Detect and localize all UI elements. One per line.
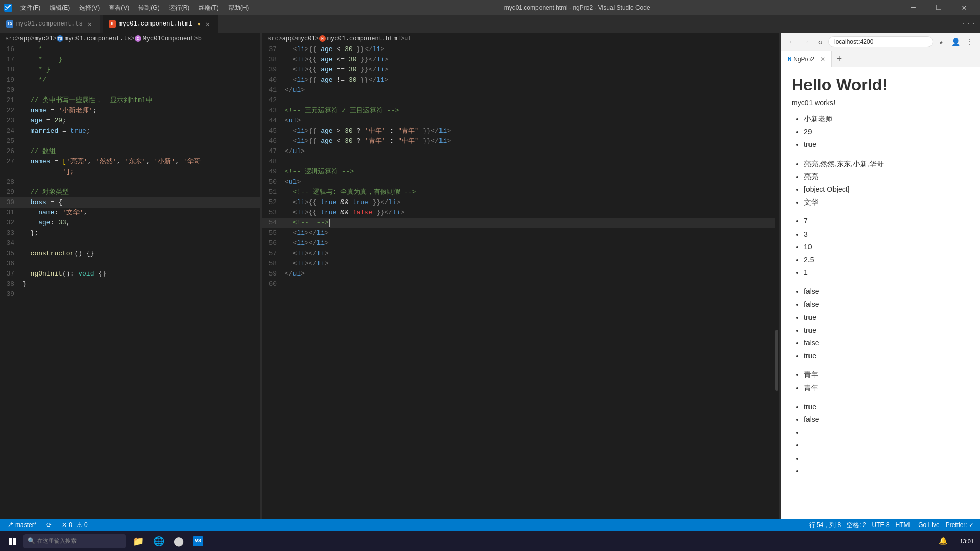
list-item: 7: [804, 215, 970, 228]
code-line: 37 ngOnInit(): void {}: [0, 269, 260, 279]
code-line: 50 <ul>: [262, 177, 775, 187]
code-line: 57 <li></li>: [262, 248, 775, 259]
tab-more-button[interactable]: ···: [957, 15, 980, 33]
list-item: 1: [804, 266, 970, 279]
browser-tab-icon: N: [788, 56, 791, 62]
clock[interactable]: 13:01: [955, 538, 978, 544]
tab-html-label: myc01.component.html: [119, 20, 192, 28]
list-item: 2.5: [804, 254, 970, 266]
list-item: false: [804, 298, 970, 311]
scrollbar-thumb[interactable]: [775, 330, 778, 391]
go-live-button[interactable]: Go Live: [916, 521, 941, 530]
tab-ts-close[interactable]: ✕: [86, 20, 94, 28]
preview-subtitle: myc01 works!: [792, 98, 970, 107]
code-editor-left[interactable]: 16 * 17 * } 18 * } 19 */ 20: [0, 44, 260, 519]
back-button[interactable]: ←: [786, 36, 798, 48]
sync-icon: ⟳: [46, 521, 52, 529]
tab-html-close[interactable]: ✕: [204, 20, 212, 28]
menu-view[interactable]: 查看(V): [105, 3, 133, 13]
maximize-button[interactable]: □: [927, 0, 950, 15]
menu-terminal[interactable]: 终端(T): [194, 3, 223, 13]
menu-select[interactable]: 选择(V): [75, 3, 104, 13]
encoding[interactable]: UTF-8: [870, 521, 892, 530]
preview-list-3: 7 3 10 2.5 1: [804, 215, 970, 279]
menu-edit[interactable]: 编辑(E): [45, 3, 74, 13]
address-bar[interactable]: localhost:4200: [828, 36, 933, 47]
minimize-button[interactable]: ─: [901, 0, 925, 15]
tab-bar: TS myc01.component.ts ✕ H myc01.componen…: [0, 15, 980, 33]
menu-help[interactable]: 帮助(H): [224, 3, 253, 13]
code-editor-right[interactable]: 37 <li>{{ age < 30 }}</li> 38 <li>{{ age…: [262, 44, 779, 519]
main-area: src > app > myc01 > TS myc01.component.t…: [0, 33, 980, 519]
code-line: 48: [262, 157, 775, 167]
preview-list-2: 亮亮,然然,东东,小新,华哥 亮亮 [object Object] 文华: [804, 158, 970, 209]
title-bar: 文件(F) 编辑(E) 选择(V) 查看(V) 转到(G) 运行(R) 终端(T…: [0, 0, 980, 15]
taskbar-notification[interactable]: 🔔: [935, 532, 951, 550]
taskbar-chrome[interactable]: ⬤: [169, 532, 188, 550]
code-line: 47 </ul>: [262, 146, 775, 157]
tab-ts[interactable]: TS myc01.component.ts ✕: [0, 15, 101, 33]
list-item: true: [804, 400, 970, 413]
code-line: 56 <li></li>: [262, 238, 775, 248]
taskbar-vscode[interactable]: VS: [189, 532, 207, 550]
scrollbar[interactable]: [775, 44, 779, 519]
ts-icon: TS: [6, 20, 13, 28]
refresh-button[interactable]: ↻: [814, 36, 826, 48]
html-icon: H: [109, 20, 116, 28]
list-item: false: [804, 413, 970, 426]
list-item: true: [804, 138, 970, 151]
browser-tab-close[interactable]: ✕: [820, 56, 825, 63]
preview-list-5: 青年 青年: [804, 368, 970, 394]
code-line: 59 </ul>: [262, 269, 775, 279]
start-button[interactable]: [2, 532, 22, 550]
preview-list-4: false false true true false true: [804, 285, 970, 362]
code-line: 46 <li>{{ age < 30 ? '青年' : "中年" }}</li>: [262, 136, 775, 146]
more-icon[interactable]: ⋮: [964, 36, 976, 48]
warning-icon: ⚠: [77, 521, 82, 529]
git-icon: ⎇: [6, 521, 13, 529]
menu-bar: 文件(F) 编辑(E) 选择(V) 查看(V) 转到(G) 运行(R) 终端(T…: [16, 3, 253, 13]
file-type[interactable]: HTML: [894, 521, 915, 530]
code-line: 19 */: [0, 75, 260, 85]
list-item: 小新老师: [804, 113, 970, 126]
browser-tab[interactable]: N NgPro2 ✕: [781, 51, 832, 67]
code-line: 39: [0, 289, 260, 299]
close-button[interactable]: ✕: [952, 0, 976, 15]
code-line: 28: [0, 177, 260, 187]
list-item: true: [804, 311, 970, 324]
code-lines-right: 37 <li>{{ age < 30 }}</li> 38 <li>{{ age…: [262, 44, 775, 519]
list-item: false: [804, 337, 970, 349]
menu-file[interactable]: 文件(F): [16, 3, 44, 13]
prettier-button[interactable]: Prettier: ✓: [944, 521, 976, 530]
taskbar: 🔍 在这里输入搜索 📁 🌐 ⬤ VS 🔔 13:01: [0, 531, 980, 551]
browser-tab-label: NgPro2: [793, 56, 814, 63]
menu-run[interactable]: 运行(R): [165, 3, 194, 13]
errors-count[interactable]: ✕ 0 ⚠ 0: [60, 521, 89, 529]
list-item: 文华: [804, 196, 970, 209]
code-line: 55 <li></li>: [262, 228, 775, 238]
user-icon[interactable]: 👤: [949, 36, 962, 48]
code-line: 33 };: [0, 228, 260, 238]
edge-icon: 🌐: [153, 536, 164, 547]
list-item: 10: [804, 241, 970, 254]
sync-button[interactable]: ⟳: [44, 521, 54, 529]
taskbar-search[interactable]: 🔍 在这里输入搜索: [23, 534, 126, 548]
menu-goto[interactable]: 转到(G): [134, 3, 163, 13]
new-tab-button[interactable]: +: [832, 52, 846, 66]
forward-button[interactable]: →: [800, 36, 812, 48]
code-line-54: 54 <!-- -->: [262, 218, 775, 228]
list-item: true: [804, 324, 970, 337]
list-item: [804, 439, 970, 452]
list-item: false: [804, 285, 970, 298]
code-line: 44 <ul>: [262, 116, 775, 126]
taskbar-edge[interactable]: 🌐: [149, 532, 168, 550]
taskbar-file-explorer[interactable]: 📁: [129, 532, 148, 550]
cursor-position[interactable]: 行 54，列 8: [807, 521, 843, 530]
tab-html[interactable]: H myc01.component.html ● ✕: [103, 15, 218, 33]
error-num: 0: [69, 521, 72, 529]
git-branch[interactable]: ⎇ master*: [4, 521, 38, 529]
indentation[interactable]: 空格: 2: [845, 521, 868, 530]
star-icon[interactable]: ★: [935, 36, 947, 48]
code-line: 17 * }: [0, 55, 260, 65]
chrome-icon: ⬤: [174, 536, 184, 547]
